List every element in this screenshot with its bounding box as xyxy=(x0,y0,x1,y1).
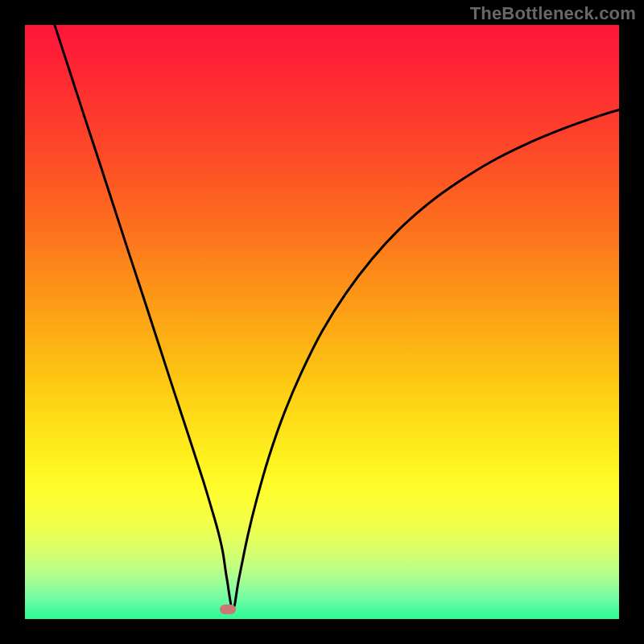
chart-frame: TheBottleneck.com xyxy=(0,0,644,644)
watermark-label: TheBottleneck.com xyxy=(470,3,636,24)
bottleneck-curve xyxy=(55,25,619,609)
optimal-point-marker xyxy=(220,605,236,614)
bottleneck-curve-svg xyxy=(25,25,619,619)
